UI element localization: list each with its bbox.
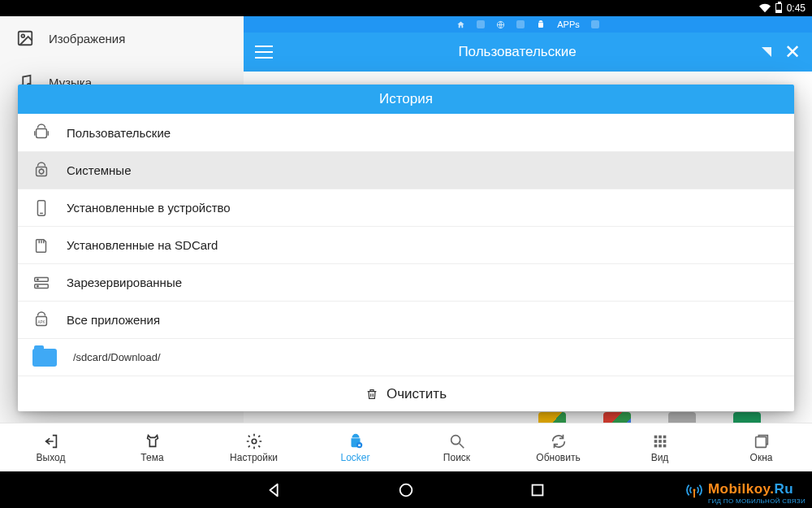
home-button[interactable]	[397, 481, 415, 499]
toolbar-view[interactable]: Вид	[609, 423, 710, 471]
toolbar-label: Настройки	[230, 452, 278, 463]
android-navbar: Mobilkoy.Ru ГИД ПО МОБИЛЬНОЙ СВЯЗИ	[0, 471, 812, 508]
android-user-icon	[32, 124, 50, 141]
android-statusbar: 0:45	[0, 0, 812, 16]
image-icon	[16, 29, 34, 47]
android-icon	[536, 20, 546, 29]
history-item-all-apps[interactable]: APK Все приложения	[18, 301, 794, 338]
menu-icon[interactable]	[255, 46, 273, 59]
svg-point-9	[39, 169, 44, 174]
toolbar-theme[interactable]: Тема	[102, 423, 203, 471]
toolbar-exit[interactable]: Выход	[0, 423, 102, 471]
svg-rect-32	[654, 444, 657, 447]
svg-rect-26	[654, 435, 657, 438]
toolbar-locker[interactable]: Locker	[304, 423, 406, 471]
grid-icon	[651, 432, 669, 450]
crumb-chip-icon	[477, 20, 485, 28]
toolbar-label: Обновить	[536, 452, 580, 463]
windows-icon	[753, 432, 771, 450]
history-item-label: Установленные на SDCard	[67, 238, 218, 252]
svg-point-21	[252, 439, 257, 444]
toolbar-label: Окна	[750, 452, 773, 463]
history-item-label: Системные	[67, 163, 131, 177]
svg-rect-31	[663, 440, 666, 443]
toolbar-search[interactable]: Поиск	[406, 423, 508, 471]
svg-rect-37	[533, 484, 543, 495]
toolbar-label: Locker	[340, 452, 369, 463]
recent-button[interactable]	[529, 481, 546, 499]
dialog-title: История	[18, 85, 794, 114]
sdcard-icon	[32, 237, 50, 254]
svg-text:APK: APK	[37, 319, 45, 323]
history-item-label: Установленные в устройство	[67, 201, 231, 215]
clear-history-button[interactable]: Очистить	[18, 376, 794, 411]
toolbar-label: Вид	[651, 452, 669, 463]
backup-icon	[32, 274, 50, 292]
apk-icon: APK	[32, 311, 50, 329]
toolbar-refresh[interactable]: Обновить	[508, 423, 609, 471]
history-item-label: Пользовательские	[67, 126, 171, 140]
toolbar-label: Тема	[140, 452, 163, 463]
crumb-chip-icon	[591, 20, 599, 28]
svg-rect-27	[659, 435, 662, 438]
svg-rect-33	[659, 444, 662, 447]
svg-point-1	[21, 34, 24, 37]
gear-icon	[245, 432, 263, 450]
antenna-icon	[685, 481, 703, 499]
refresh-icon	[550, 432, 568, 450]
svg-rect-35	[755, 436, 766, 447]
svg-rect-8	[37, 167, 47, 176]
history-item-label: Зарезервированные	[67, 276, 182, 289]
home-icon[interactable]	[456, 20, 465, 29]
trash-icon	[365, 387, 378, 402]
appbar-title: Пользовательские	[286, 44, 749, 60]
brand-tagline: ГИД ПО МОБИЛЬНОЙ СВЯЗИ	[708, 497, 806, 505]
history-item-device-apps[interactable]: Установленные в устройство	[18, 189, 794, 226]
toolbar-settings[interactable]: Настройки	[203, 423, 304, 471]
watermark: Mobilkoy.Ru ГИД ПО МОБИЛЬНОЙ СВЯЗИ	[708, 481, 806, 505]
history-item-label: Все приложения	[67, 313, 160, 327]
brand-suffix: Ru	[775, 481, 794, 497]
locker-icon	[347, 432, 365, 450]
android-system-icon	[32, 162, 50, 180]
sidebar-item-images[interactable]: Изображения	[0, 16, 244, 60]
svg-line-25	[459, 443, 464, 448]
bottom-toolbar: Выход Тема Настройки Locker Поиск Обнови…	[0, 423, 812, 471]
history-list: Пользовательские Системные Установленные…	[18, 114, 794, 376]
theme-icon	[144, 432, 162, 450]
history-item-user-apps[interactable]: Пользовательские	[18, 114, 794, 151]
toolbar-label: Поиск	[443, 452, 470, 463]
history-item-path[interactable]: /sdcard/Download/	[18, 338, 794, 376]
folder-icon	[32, 349, 57, 367]
svg-point-36	[400, 484, 412, 496]
breadcrumb-bar: APPs	[244, 16, 812, 33]
wifi-icon	[759, 2, 771, 14]
crumb-chip-icon	[516, 20, 525, 28]
history-dialog: История Пользовательские Системные Устан…	[18, 85, 794, 411]
toolbar-label: Выход	[37, 452, 66, 463]
svg-rect-23	[358, 444, 361, 445]
history-item-system-apps[interactable]: Системные	[18, 151, 794, 189]
app-bar: Пользовательские ✕	[244, 33, 812, 72]
close-icon[interactable]: ✕	[784, 42, 801, 62]
search-icon	[448, 432, 466, 450]
svg-rect-34	[663, 444, 666, 447]
brand-name: Mobilkoy.	[708, 481, 775, 497]
toolbar-windows[interactable]: Окна	[710, 423, 812, 471]
expand-icon[interactable]	[762, 47, 771, 57]
history-path-text: /sdcard/Download/	[73, 351, 161, 363]
svg-point-17	[37, 279, 38, 280]
svg-rect-28	[663, 435, 666, 438]
breadcrumb-label: APPs	[557, 20, 580, 29]
svg-rect-5	[37, 128, 47, 137]
sidebar-item-label: Изображения	[49, 32, 125, 46]
globe-icon[interactable]	[496, 20, 505, 29]
clear-label: Очистить	[387, 386, 447, 402]
back-button[interactable]	[266, 481, 283, 499]
svg-point-18	[37, 285, 38, 286]
phone-storage-icon	[32, 199, 50, 217]
svg-rect-29	[654, 440, 657, 443]
exit-icon	[42, 432, 60, 450]
history-item-sdcard-apps[interactable]: Установленные на SDCard	[18, 226, 794, 263]
history-item-backup-apps[interactable]: Зарезервированные	[18, 263, 794, 301]
